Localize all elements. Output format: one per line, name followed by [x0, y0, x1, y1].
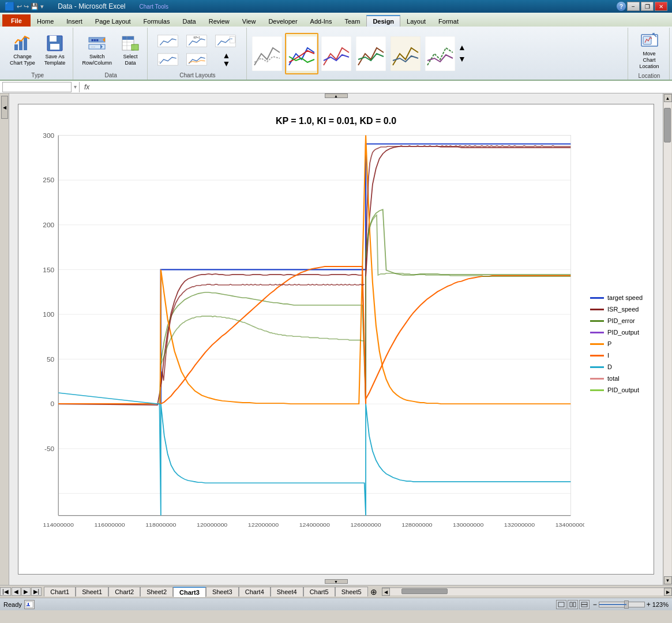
tab-review[interactable]: Review [202, 16, 236, 27]
sheet-tab-chart2[interactable]: Chart2 [108, 587, 140, 596]
switch-row-column-icon: ■■■ --- [88, 34, 106, 52]
legend-line-i [590, 355, 604, 356]
status-ready: Ready [3, 601, 22, 608]
legend-item-target-speed: target speed [590, 294, 648, 301]
svg-rect-28 [321, 36, 351, 71]
name-box[interactable] [2, 82, 72, 92]
sheet-next-button[interactable]: ▶ [21, 587, 31, 596]
legend-label-pid-output2: PID_output [607, 386, 639, 393]
chart-layout-1[interactable] [155, 33, 181, 49]
scroll-down-button[interactable]: ▼ [664, 576, 672, 584]
chart-style-2[interactable] [285, 33, 318, 74]
tab-page-layout[interactable]: Page Layout [89, 16, 137, 27]
chart-layout-4[interactable]: 0 [155, 51, 181, 67]
main-area: ◀ ▲ KP = 1.0, KI = 0.01, KD = 0.0 [0, 93, 672, 598]
sheet-tab-chart5[interactable]: Chart5 [303, 587, 335, 596]
sheet-tab-sheet5[interactable]: Sheet5 [335, 587, 368, 596]
collapse-bottom-button[interactable]: ▼ [325, 579, 348, 584]
tab-file[interactable]: File [2, 14, 31, 27]
close-button[interactable]: ✕ [655, 2, 667, 11]
new-sheet-button[interactable]: ⊕ [368, 587, 380, 596]
tab-data[interactable]: Data [176, 16, 202, 27]
tab-developer[interactable]: Developer [262, 16, 303, 27]
svg-text:116000000: 116000000 [94, 521, 125, 527]
vertical-scrollbar[interactable]: ▲ ▼ [663, 93, 672, 585]
page-layout-view-button[interactable] [568, 600, 578, 609]
svg-rect-5 [50, 44, 59, 50]
zoom-in-button[interactable]: + [647, 601, 651, 609]
formula-separator: ▾ [74, 84, 77, 90]
move-chart-button[interactable]: MoveChartLocation [635, 29, 663, 72]
sheet-area: ▲ KP = 1.0, KI = 0.01, KD = 0.0 [9, 93, 663, 585]
normal-view-button[interactable] [556, 600, 566, 609]
chart-layout-more[interactable]: ▲ ▼ [212, 51, 240, 67]
sheet-first-button[interactable]: |◀ [0, 587, 11, 596]
switch-row-column-button[interactable]: ■■■ --- SwitchRow/Column [78, 32, 116, 69]
sheet-tab-sheet3[interactable]: Sheet3 [206, 587, 239, 596]
chart-style-1[interactable] [250, 33, 284, 74]
ribbon-group-location: MoveChartLocation Location [629, 28, 670, 80]
left-collapse: ◀ [1, 96, 8, 119]
sheet-tab-chart3[interactable]: Chart3 [173, 587, 206, 597]
chart-layout-5[interactable] [183, 51, 210, 67]
zoom-slider[interactable] [599, 602, 645, 607]
tab-home[interactable]: Home [31, 16, 60, 27]
zoom-out-button[interactable]: − [593, 601, 597, 609]
legend-line-d [590, 366, 604, 368]
svg-text:0: 0 [51, 401, 55, 407]
svg-text:120000000: 120000000 [197, 521, 228, 527]
switch-row-column-label: SwitchRow/Column [82, 54, 112, 66]
formula-input[interactable] [94, 82, 670, 92]
page-break-view-button[interactable] [579, 600, 590, 609]
location-group-label: Location [639, 72, 660, 80]
tab-formulas[interactable]: Formulas [137, 16, 177, 27]
tab-view[interactable]: View [236, 16, 262, 27]
tab-insert[interactable]: Insert [60, 16, 89, 27]
save-as-template-button[interactable]: Save AsTemplate [40, 32, 70, 69]
legend-line-target-speed [590, 297, 604, 299]
horizontal-scrollbar[interactable]: ◀ ▶ [382, 587, 672, 596]
chart-layouts-group-label: Chart Layouts [179, 71, 215, 80]
tab-add-ins[interactable]: Add-Ins [304, 16, 339, 27]
h-scroll-track [390, 588, 664, 595]
collapse-top-button[interactable]: ▲ [325, 93, 348, 98]
select-data-button[interactable]: SelectData [117, 32, 144, 69]
chart-layout-2[interactable]: KP=1 [183, 33, 210, 49]
tab-team[interactable]: Team [338, 16, 366, 27]
sheet-tab-sheet4[interactable]: Sheet4 [271, 587, 303, 596]
sheet-prev-button[interactable]: ◀ [12, 587, 21, 596]
status-left: Ready [3, 600, 35, 609]
tab-layout[interactable]: Layout [400, 16, 432, 27]
minimize-button[interactable]: − [627, 2, 640, 11]
scroll-up-button[interactable]: ▲ [664, 94, 672, 102]
chart-style-3[interactable] [320, 33, 353, 74]
scroll-right-button[interactable]: ▶ [664, 588, 672, 596]
sheet-tab-chart4[interactable]: Chart4 [239, 587, 271, 596]
svg-rect-26 [252, 36, 282, 71]
ribbon-group-type: ChangeChart Type Save AsTemplate Type [2, 28, 73, 80]
chart-legend: target speed ISR_speed PID_error PI [584, 129, 648, 558]
scroll-left-button[interactable]: ◀ [382, 588, 390, 596]
h-scroll-thumb[interactable] [401, 588, 448, 594]
restore-button[interactable]: ❐ [641, 2, 654, 11]
tab-format[interactable]: Format [432, 16, 465, 27]
sheet-tab-sheet2[interactable]: Sheet2 [140, 587, 173, 596]
chart-style-5[interactable] [389, 33, 422, 74]
sheet-last-button[interactable]: ▶| [31, 587, 42, 596]
chart-container: KP = 1.0, KI = 0.01, KD = 0.0 [18, 104, 654, 575]
help-button[interactable]: ? [617, 2, 626, 11]
chart-styles-scroll[interactable]: ▲ ▼ [458, 42, 466, 65]
svg-text:-50: -50 [44, 446, 54, 452]
fx-button[interactable]: fx [82, 83, 92, 91]
legend-label-d: D [607, 363, 612, 370]
scroll-thumb[interactable] [664, 108, 671, 142]
chart-layout-3[interactable] [212, 33, 239, 49]
sheet-tab-chart1[interactable]: Chart1 [44, 587, 76, 596]
chart-style-6[interactable] [423, 33, 457, 74]
tab-design[interactable]: Design [366, 15, 400, 27]
collapse-left-button[interactable]: ◀ [1, 96, 8, 119]
sheet-tab-sheet1[interactable]: Sheet1 [76, 587, 108, 596]
change-chart-type-button[interactable]: ChangeChart Type [6, 32, 39, 69]
chart-style-4[interactable] [354, 33, 388, 74]
svg-rect-69 [558, 602, 564, 607]
